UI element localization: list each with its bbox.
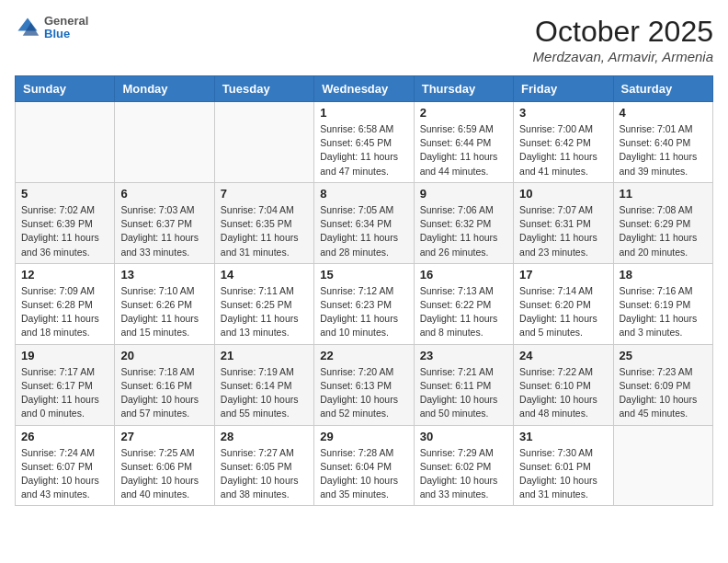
calendar-cell: 19Sunrise: 7:17 AMSunset: 6:17 PMDayligh… [16,344,115,425]
header: General Blue October 2025 Merdzavan, Arm… [15,15,713,64]
calendar-cell: 17Sunrise: 7:14 AMSunset: 6:20 PMDayligh… [514,263,613,344]
day-info: Sunrise: 7:25 AMSunset: 6:06 PMDaylight:… [120,446,208,502]
day-info: Sunrise: 7:04 AMSunset: 6:35 PMDaylight:… [221,203,308,259]
day-number: 10 [519,187,607,201]
calendar-week-row: 26Sunrise: 7:24 AMSunset: 6:07 PMDayligh… [16,425,713,506]
calendar-table: SundayMondayTuesdayWednesdayThursdayFrid… [15,75,713,506]
calendar-cell: 15Sunrise: 7:12 AMSunset: 6:23 PMDayligh… [314,263,414,344]
logo-general: General [44,15,88,28]
day-number: 22 [320,349,407,362]
calendar-cell: 25Sunrise: 7:23 AMSunset: 6:09 PMDayligh… [613,344,712,425]
calendar-cell: 20Sunrise: 7:18 AMSunset: 6:16 PMDayligh… [115,344,214,425]
day-number: 11 [620,187,707,201]
day-number: 8 [320,187,407,201]
day-number: 30 [420,430,507,443]
calendar-cell: 4Sunrise: 7:01 AMSunset: 6:40 PMDaylight… [613,102,712,183]
day-info: Sunrise: 7:12 AMSunset: 6:23 PMDaylight:… [320,284,407,340]
weekday-header: Thursday [414,76,513,102]
logo: General Blue [15,15,88,41]
calendar-cell: 24Sunrise: 7:22 AMSunset: 6:10 PMDayligh… [514,344,613,425]
calendar-cell: 13Sunrise: 7:10 AMSunset: 6:26 PMDayligh… [115,263,214,344]
day-number: 16 [420,268,507,282]
day-info: Sunrise: 7:24 AMSunset: 6:07 PMDaylight:… [21,446,108,502]
day-info: Sunrise: 7:27 AMSunset: 6:05 PMDaylight:… [221,446,308,502]
day-number: 24 [519,349,607,362]
calendar-cell: 8Sunrise: 7:05 AMSunset: 6:34 PMDaylight… [314,182,414,263]
calendar-cell: 27Sunrise: 7:25 AMSunset: 6:06 PMDayligh… [115,425,214,506]
day-number: 23 [420,349,507,362]
location: Merdzavan, Armavir, Armenia [533,49,713,64]
calendar-week-row: 1Sunrise: 6:58 AMSunset: 6:45 PMDaylight… [16,102,713,183]
day-number: 29 [320,430,407,443]
day-number: 28 [221,430,308,443]
day-info: Sunrise: 7:11 AMSunset: 6:25 PMDaylight:… [221,284,308,340]
calendar-cell: 3Sunrise: 7:00 AMSunset: 6:42 PMDaylight… [514,102,613,183]
day-info: Sunrise: 7:10 AMSunset: 6:26 PMDaylight:… [120,284,208,340]
weekday-header: Saturday [613,76,712,102]
weekday-header: Wednesday [314,76,414,102]
logo-blue: Blue [44,28,88,40]
calendar-week-row: 12Sunrise: 7:09 AMSunset: 6:28 PMDayligh… [16,263,713,344]
calendar-cell: 10Sunrise: 7:07 AMSunset: 6:31 PMDayligh… [514,182,613,263]
day-info: Sunrise: 7:05 AMSunset: 6:34 PMDaylight:… [320,203,407,259]
weekday-header: Friday [514,76,613,102]
day-info: Sunrise: 7:17 AMSunset: 6:17 PMDaylight:… [21,365,108,421]
day-info: Sunrise: 7:21 AMSunset: 6:11 PMDaylight:… [420,365,507,421]
calendar-cell [613,425,712,506]
calendar-cell [16,102,115,183]
calendar-cell: 1Sunrise: 6:58 AMSunset: 6:45 PMDaylight… [314,102,414,183]
logo-text: General Blue [44,15,88,41]
calendar-cell [115,102,214,183]
day-number: 5 [21,187,108,201]
day-number: 27 [120,430,208,443]
day-number: 13 [120,268,208,282]
day-number: 6 [120,187,208,201]
day-number: 1 [320,106,407,120]
day-info: Sunrise: 7:18 AMSunset: 6:16 PMDaylight:… [120,365,208,421]
calendar-cell: 2Sunrise: 6:59 AMSunset: 6:44 PMDaylight… [414,102,513,183]
day-number: 14 [221,268,308,282]
calendar-cell: 29Sunrise: 7:28 AMSunset: 6:04 PMDayligh… [314,425,414,506]
month-title: October 2025 [533,15,713,49]
weekday-header: Sunday [16,76,115,102]
day-info: Sunrise: 7:06 AMSunset: 6:32 PMDaylight:… [420,203,507,259]
day-info: Sunrise: 7:20 AMSunset: 6:13 PMDaylight:… [320,365,407,421]
weekday-header: Monday [115,76,214,102]
day-number: 31 [519,430,607,443]
calendar-cell: 6Sunrise: 7:03 AMSunset: 6:37 PMDaylight… [115,182,214,263]
day-info: Sunrise: 7:01 AMSunset: 6:40 PMDaylight:… [620,122,707,178]
day-number: 18 [620,268,707,282]
day-number: 3 [519,106,607,120]
calendar-cell: 16Sunrise: 7:13 AMSunset: 6:22 PMDayligh… [414,263,513,344]
calendar-cell: 28Sunrise: 7:27 AMSunset: 6:05 PMDayligh… [214,425,313,506]
calendar-cell: 9Sunrise: 7:06 AMSunset: 6:32 PMDaylight… [414,182,513,263]
calendar-week-row: 5Sunrise: 7:02 AMSunset: 6:39 PMDaylight… [16,182,713,263]
calendar-cell: 21Sunrise: 7:19 AMSunset: 6:14 PMDayligh… [214,344,313,425]
calendar-cell: 18Sunrise: 7:16 AMSunset: 6:19 PMDayligh… [613,263,712,344]
day-info: Sunrise: 6:59 AMSunset: 6:44 PMDaylight:… [420,122,507,178]
day-info: Sunrise: 7:23 AMSunset: 6:09 PMDaylight:… [620,365,707,421]
day-number: 25 [620,349,707,362]
day-number: 19 [21,349,108,362]
day-number: 15 [320,268,407,282]
day-info: Sunrise: 7:02 AMSunset: 6:39 PMDaylight:… [21,203,108,259]
calendar-cell [214,102,313,183]
day-info: Sunrise: 7:16 AMSunset: 6:19 PMDaylight:… [620,284,707,340]
day-info: Sunrise: 7:22 AMSunset: 6:10 PMDaylight:… [519,365,607,421]
title-area: October 2025 Merdzavan, Armavir, Armenia [533,15,713,64]
day-number: 12 [21,268,108,282]
day-info: Sunrise: 7:09 AMSunset: 6:28 PMDaylight:… [21,284,108,340]
calendar-cell: 23Sunrise: 7:21 AMSunset: 6:11 PMDayligh… [414,344,513,425]
day-info: Sunrise: 7:30 AMSunset: 6:01 PMDaylight:… [519,446,607,502]
day-number: 9 [420,187,507,201]
logo-icon [15,15,40,40]
weekday-header: Tuesday [214,76,313,102]
day-info: Sunrise: 7:14 AMSunset: 6:20 PMDaylight:… [519,284,607,340]
day-info: Sunrise: 7:00 AMSunset: 6:42 PMDaylight:… [519,122,607,178]
day-number: 7 [221,187,308,201]
calendar-cell: 26Sunrise: 7:24 AMSunset: 6:07 PMDayligh… [16,425,115,506]
day-number: 17 [519,268,607,282]
calendar-cell: 31Sunrise: 7:30 AMSunset: 6:01 PMDayligh… [514,425,613,506]
day-number: 2 [420,106,507,120]
day-info: Sunrise: 7:29 AMSunset: 6:02 PMDaylight:… [420,446,507,502]
